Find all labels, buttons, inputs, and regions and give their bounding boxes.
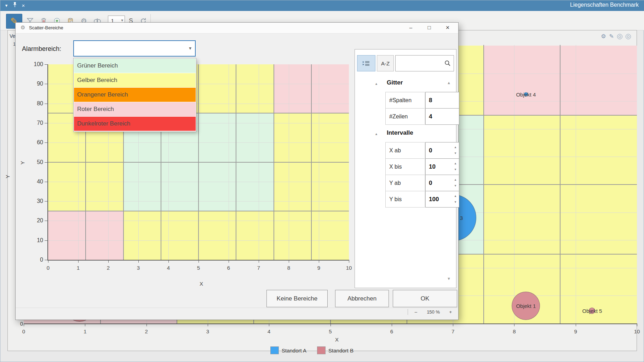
property-label: Y ab <box>385 175 425 191</box>
legend-item: Standort A <box>270 346 306 354</box>
minimize-icon[interactable]: – <box>405 23 417 33</box>
property-value-input[interactable]: 4 <box>425 108 459 125</box>
spinner-up-icon[interactable]: ▲ <box>453 160 458 167</box>
y-tick <box>45 240 47 241</box>
legend-item: Standort B <box>317 346 353 354</box>
alarmbereich-dropdown-list: Grüner BereichGelber BereichOrangener Be… <box>73 58 196 132</box>
az-label: A-Z <box>381 60 390 66</box>
zoom-in-button[interactable]: + <box>449 309 452 315</box>
x-tick-label: 2 <box>145 328 148 334</box>
alphabetical-view-button[interactable]: A-Z <box>377 55 394 71</box>
legend-swatch <box>270 346 279 354</box>
property-search-input[interactable] <box>395 55 454 71</box>
y-tick-label: 20 <box>30 217 43 224</box>
property-label: X bis <box>385 158 425 175</box>
gear-icon[interactable]: ⚙ <box>601 33 606 40</box>
x-tick <box>259 260 259 263</box>
spinner-down-icon[interactable]: ▼ <box>453 150 458 156</box>
x-tick <box>392 323 392 326</box>
legend-label: Standort A <box>282 348 306 354</box>
gear-icon: ⚙ <box>21 24 25 31</box>
section-header-gitter: Gitter <box>387 79 403 86</box>
y-tick <box>45 182 47 182</box>
x-tick <box>453 323 453 326</box>
spinner: ▲▼ <box>453 144 458 157</box>
bubble-label: Objekt 5 <box>582 308 602 314</box>
y-tick-label: 40 <box>30 179 43 185</box>
y-tick <box>45 84 47 84</box>
application-window: ▾ × Liegenschaften Benchmark ✎ ⚙ 1 ▾ S <box>0 0 644 362</box>
property-label: #Spalten <box>385 92 425 109</box>
menu-arrow-icon[interactable]: ▾ <box>2 2 10 10</box>
scroll-down-icon[interactable]: ▼ <box>447 276 451 281</box>
property-value-input[interactable]: 100▲▼ <box>425 191 459 208</box>
x-tick-label: 9 <box>574 328 577 334</box>
x-tick-label: 0 <box>22 328 25 334</box>
x-tick-label: 9 <box>317 265 320 271</box>
collapse-icon[interactable]: ▲ <box>375 82 378 86</box>
spinner-down-icon[interactable]: ▼ <box>453 167 458 173</box>
dropdown-option-3[interactable]: Orangener Bereich <box>74 88 196 102</box>
categorized-view-button[interactable] <box>357 55 375 71</box>
y-tick-label: 90 <box>30 81 43 87</box>
x-tick-label: 4 <box>167 265 170 271</box>
dialog-titlebar[interactable]: ⚙ Scatter-Bereiche – □ × <box>16 23 458 34</box>
property-value-input[interactable]: 0▲▼ <box>425 175 459 191</box>
close-icon[interactable]: × <box>19 2 27 10</box>
x-tick-label: 3 <box>206 328 209 334</box>
bubble-label: Objekt 4 <box>516 91 536 97</box>
x-tick <box>168 260 169 263</box>
property-value-input[interactable]: 8 <box>425 92 459 109</box>
cell-boundary-line <box>48 162 349 163</box>
dropdown-option-4[interactable]: Roter Bereich <box>74 102 196 116</box>
pencil-icon[interactable]: ✎ <box>609 33 614 40</box>
y-tick-label: 30 <box>30 198 43 204</box>
y-tick <box>45 104 47 104</box>
spinner-up-icon[interactable]: ▲ <box>453 144 458 150</box>
property-label: #Zeilen <box>385 108 425 125</box>
categorized-list-icon <box>362 60 370 66</box>
alarmbereich-combobox[interactable]: ▾ <box>73 40 196 57</box>
scatter-settings-icon[interactable] <box>617 34 622 39</box>
x-tick-label: 8 <box>513 328 516 334</box>
zoom-level: 150 % <box>427 309 440 315</box>
x-tick <box>78 260 79 263</box>
spinner-up-icon[interactable]: ▲ <box>453 177 458 183</box>
maximize-icon[interactable]: □ <box>423 23 435 33</box>
x-tick <box>637 323 637 326</box>
bg-legend: Standort AStandort B <box>270 346 353 354</box>
dropdown-option-1[interactable]: Grüner Bereich <box>74 59 196 73</box>
ok-button[interactable]: OK <box>393 290 457 307</box>
spinner-down-icon[interactable]: ▼ <box>453 183 458 189</box>
spinner-up-icon[interactable]: ▲ <box>453 193 458 199</box>
alarmbereich-label: Alarmbereich: <box>22 40 61 57</box>
spinner-down-icon[interactable]: ▼ <box>453 199 458 205</box>
y-tick <box>45 201 47 202</box>
collapse-icon[interactable]: ▲ <box>375 132 378 136</box>
property-value-input[interactable]: 10▲▼ <box>425 158 459 175</box>
abbrechen-button[interactable]: Abbrechen <box>335 290 389 307</box>
property-panel: A-Z ▲ ▲Gitter#Spalten8#Zeilen4▲Intervall… <box>355 49 456 288</box>
x-tick-label: 7 <box>452 328 454 334</box>
dropdown-option-2[interactable]: Gelber Bereich <box>74 73 196 87</box>
zoom-out-button[interactable]: – <box>415 309 417 315</box>
x-tick-label: 5 <box>329 328 332 334</box>
x-tick-label: 6 <box>390 328 393 334</box>
scroll-up-icon[interactable]: ▲ <box>447 81 451 85</box>
property-value-input[interactable]: 0▲▼ <box>425 142 459 159</box>
close-icon[interactable]: × <box>442 23 454 33</box>
dropdown-option-5[interactable]: Dunkelroter Bereich <box>74 117 196 131</box>
reload-chart-icon[interactable] <box>626 34 631 39</box>
x-tick <box>85 323 85 326</box>
window-title: Liegenschaften Benchmark <box>570 2 639 8</box>
y-zero-label: 0 <box>10 321 23 327</box>
keine-bereiche-button[interactable]: Keine Bereiche <box>266 290 328 307</box>
x-tick <box>349 260 349 263</box>
y-tick-label: 60 <box>30 139 43 146</box>
x-tick <box>48 260 48 263</box>
dialog-y-axis-title: Y <box>19 161 25 164</box>
pin-icon[interactable] <box>11 2 19 10</box>
x-tick <box>24 323 24 326</box>
scatter-bereiche-dialog: ⚙ Scatter-Bereiche – □ × Alarmbereich: ▾… <box>15 22 459 320</box>
x-tick-label: 1 <box>77 265 80 271</box>
